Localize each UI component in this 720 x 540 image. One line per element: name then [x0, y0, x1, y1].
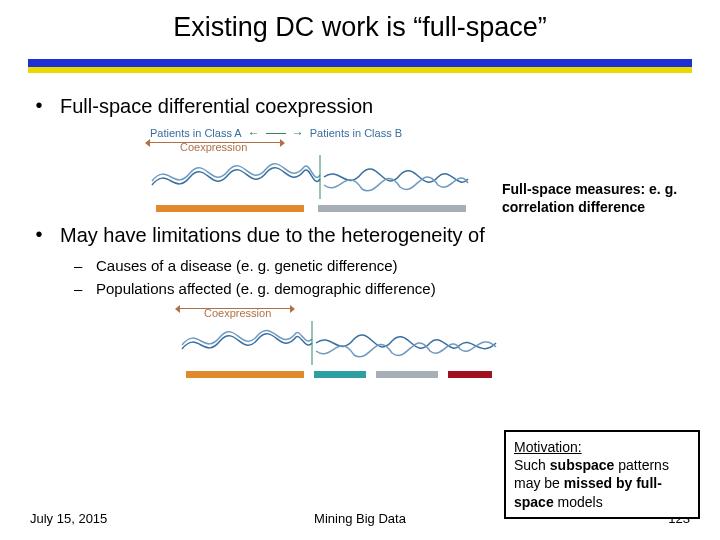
bullet-2-hetero: heterogeneity — [341, 224, 462, 246]
note2-b: subspace — [550, 457, 615, 473]
dash-icon: – — [74, 255, 88, 278]
gray-bar — [318, 205, 466, 212]
figure-1-class-labels: Patients in Class A ← → Patients in Clas… — [150, 126, 690, 140]
orange-bar — [156, 205, 304, 212]
gray-bar — [376, 371, 438, 378]
bullet-2-text: May have limitations due to the heteroge… — [60, 224, 485, 247]
figure-2-wave — [180, 321, 690, 369]
content-area: • Full-space differential coexpression P… — [0, 73, 720, 378]
note1-line1: Full-space measures: e. g. — [502, 180, 712, 198]
bullet-1: • Full-space differential coexpression — [30, 95, 690, 118]
sub-bullet-1-text: Causes of a disease (e. g. genetic diffe… — [96, 255, 398, 278]
sub-bullet-1: – Causes of a disease (e. g. genetic dif… — [74, 255, 690, 278]
sub-bullets: – Causes of a disease (e. g. genetic dif… — [74, 255, 690, 300]
motivation-header: Motivation: — [514, 439, 582, 455]
bullet-2-pre: May have limitations due to the — [60, 224, 341, 246]
title-underline — [28, 59, 692, 73]
note2-a: Such — [514, 457, 550, 473]
dash-icon: – — [74, 278, 88, 301]
annotation-fullspace-measures: Full-space measures: e. g. correlation d… — [502, 180, 712, 216]
footer-center: Mining Big Data — [314, 511, 406, 526]
coexpression-range-arrow — [150, 142, 280, 143]
bullet-dot: • — [30, 95, 48, 118]
annotation-motivation-box: Motivation: Such subspace patterns may b… — [504, 430, 700, 519]
sub-bullet-2-text: Populations affected (e. g. demographic … — [96, 278, 436, 301]
bullet-1-text: Full-space differential coexpression — [60, 95, 373, 118]
darkred-bar — [448, 371, 492, 378]
slide-title: Existing DC work is “full-space” — [0, 0, 720, 53]
coexpression-range-arrow — [180, 308, 290, 309]
note1-line2: correlation difference — [502, 198, 712, 216]
divider-line — [266, 133, 286, 134]
arrow-left-icon: ← — [248, 126, 260, 140]
note2-e: models — [554, 494, 603, 510]
arrow-right-icon: → — [292, 126, 304, 140]
class-a-label: Patients in Class A — [150, 127, 242, 139]
bullet-dot: • — [30, 224, 48, 247]
class-b-label: Patients in Class B — [310, 127, 402, 139]
orange-bar — [186, 371, 304, 378]
bullet-2: • May have limitations due to the hetero… — [30, 224, 690, 247]
sub-bullet-2: – Populations affected (e. g. demographi… — [74, 278, 690, 301]
figure-2-underbars — [186, 371, 690, 378]
bullet-2-post: of — [462, 224, 484, 246]
teal-bar — [314, 371, 366, 378]
footer-date: July 15, 2015 — [30, 511, 107, 526]
figure-2: Coexpression — [180, 308, 690, 378]
